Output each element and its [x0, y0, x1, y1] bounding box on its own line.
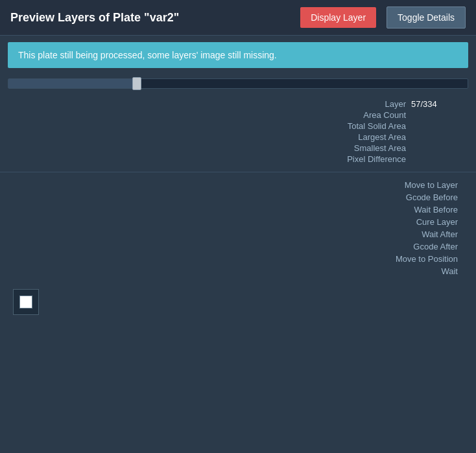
smallest-area-row: Smallest Area [13, 143, 463, 153]
alert-banner: This plate still being processed, some l… [8, 42, 468, 68]
smallest-area-value [411, 143, 463, 153]
total-solid-area-row: Total Solid Area [13, 121, 463, 131]
gcode-after-label: Gcode After [354, 242, 458, 251]
total-solid-area-value [411, 121, 463, 131]
layer-image [19, 296, 32, 308]
toggle-details-button[interactable]: Toggle Details [387, 6, 466, 29]
page-title: Preview Layers of Plate "var2" [10, 11, 290, 25]
area-count-label: Area Count [302, 110, 406, 120]
slider-thumb[interactable] [132, 77, 141, 90]
largest-area-value [411, 132, 463, 142]
move-to-layer-row: Move to Layer [13, 180, 463, 190]
gcode-after-row: Gcode After [13, 242, 463, 251]
slider-fill [8, 79, 137, 88]
layer-row: Layer 57/334 [13, 99, 463, 109]
move-to-position-label: Move to Position [354, 254, 458, 264]
layer-image-placeholder [13, 289, 39, 315]
cure-layer-row: Cure Layer [13, 217, 463, 227]
area-count-value [411, 110, 463, 120]
header: Preview Layers of Plate "var2" Display L… [0, 0, 476, 36]
slider-track[interactable] [8, 78, 468, 89]
gcode-before-label: Gcode Before [354, 192, 458, 202]
total-solid-area-label: Total Solid Area [302, 121, 406, 131]
area-count-row: Area Count [13, 110, 463, 120]
info-section: Layer 57/334 Area Count Total Solid Area… [0, 99, 476, 164]
cure-layer-label: Cure Layer [354, 217, 458, 227]
wait-after-row: Wait After [13, 229, 463, 239]
wait-before-row: Wait Before [13, 205, 463, 215]
move-section: Move to Layer Gcode Before Wait Before C… [0, 180, 476, 276]
pixel-difference-row: Pixel Difference [13, 154, 463, 164]
smallest-area-label: Smallest Area [302, 143, 406, 153]
layer-value: 57/334 [411, 99, 463, 109]
section-divider [0, 172, 476, 172]
largest-area-label: Largest Area [302, 132, 406, 142]
pixel-difference-value [411, 154, 463, 164]
move-to-layer-label: Move to Layer [354, 180, 458, 190]
wait-before-label: Wait Before [354, 205, 458, 215]
pixel-difference-label: Pixel Difference [302, 154, 406, 164]
display-layer-button[interactable]: Display Layer [300, 7, 376, 28]
gcode-before-row: Gcode Before [13, 192, 463, 202]
wait-label: Wait [354, 266, 458, 276]
wait-row: Wait [13, 266, 463, 276]
move-to-position-row: Move to Position [13, 254, 463, 264]
largest-area-row: Largest Area [13, 132, 463, 142]
alert-message: This plate still being processed, some l… [18, 50, 277, 60]
layer-label: Layer [302, 99, 406, 109]
wait-after-label: Wait After [354, 229, 458, 239]
layer-slider-container [0, 75, 476, 93]
